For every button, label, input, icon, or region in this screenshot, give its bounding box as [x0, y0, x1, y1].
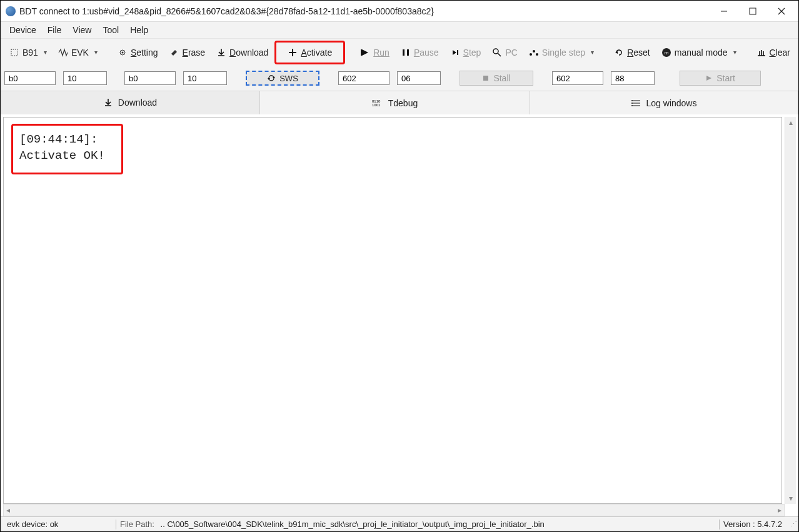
wave-icon: [58, 48, 68, 58]
minimize-button[interactable]: [710, 1, 738, 22]
svg-point-6: [121, 51, 123, 53]
scroll-down-icon[interactable]: ▾: [785, 493, 796, 504]
input-b0-1[interactable]: [4, 71, 56, 85]
resize-grip-icon[interactable]: ⋰: [786, 520, 796, 528]
chip-icon: [9, 48, 19, 58]
toolbar: B91 EVK Setting Erase Download Activate: [1, 38, 798, 66]
svg-rect-4: [11, 49, 18, 56]
close-button[interactable]: [767, 1, 796, 22]
search-icon: [492, 48, 502, 58]
step-label: Step: [463, 48, 481, 58]
run-label: Run: [373, 48, 389, 58]
tab-log[interactable]: Log windows: [530, 91, 798, 114]
setting-button[interactable]: Setting: [113, 45, 163, 60]
chip-select[interactable]: B91: [4, 45, 52, 60]
play-icon: [705, 74, 713, 82]
input-10-1[interactable]: [63, 71, 107, 85]
erase-button[interactable]: Erase: [164, 45, 211, 60]
svg-point-33: [631, 100, 633, 101]
tab-tdebug-label: Tdebug: [388, 98, 418, 108]
clear-icon: [756, 48, 766, 58]
maximize-icon: [749, 8, 756, 15]
status-path-label: File Path:: [120, 519, 154, 529]
scroll-left-icon[interactable]: ◂: [6, 506, 10, 514]
sws-button[interactable]: SWS: [246, 71, 319, 86]
menu-view[interactable]: View: [68, 23, 96, 37]
activate-button[interactable]: Activate: [279, 44, 341, 61]
download-icon: [216, 48, 226, 58]
menu-help[interactable]: Help: [125, 23, 153, 37]
singlestep-button[interactable]: Single step: [524, 45, 599, 60]
pause-icon: [401, 48, 411, 58]
scroll-right-icon[interactable]: ▸: [778, 506, 781, 514]
window-title: BDT connect to 1:usb#vid_248a&pid_8266#5…: [19, 6, 434, 16]
svg-marker-13: [453, 50, 456, 55]
svg-point-35: [631, 105, 633, 106]
reset-icon: [614, 48, 624, 58]
activate-highlight: Activate: [274, 41, 345, 64]
horizontal-scrollbar[interactable]: ◂ ▸: [3, 504, 785, 516]
mode-icon: m: [661, 48, 671, 58]
mode-select[interactable]: m manual mode: [656, 45, 741, 60]
menu-file[interactable]: File: [43, 23, 67, 37]
toolbar-inputs: SWS Stall Start: [1, 66, 798, 91]
close-icon: [778, 8, 785, 15]
svg-rect-1: [750, 8, 756, 14]
pause-label: Pause: [414, 48, 439, 58]
svg-point-17: [530, 53, 532, 56]
svg-marker-9: [362, 49, 368, 56]
input-10-2[interactable]: [183, 71, 227, 85]
board-label: EVK: [71, 48, 89, 58]
tab-download-label: Download: [118, 98, 157, 108]
stall-button[interactable]: Stall: [460, 71, 533, 86]
singlestep-label: Single step: [542, 48, 585, 58]
log-line-1: [09:44:14]:: [19, 133, 98, 146]
board-select[interactable]: EVK: [53, 45, 103, 60]
refresh-icon: [267, 74, 276, 83]
setting-label: Setting: [131, 48, 158, 58]
log-output[interactable]: [09:44:14]: Activate OK!: [3, 117, 782, 504]
step-icon: [450, 48, 460, 58]
scroll-up-icon[interactable]: ▴: [785, 117, 796, 128]
log-line-2: Activate OK!: [19, 149, 105, 163]
input-06[interactable]: [397, 71, 441, 85]
status-version: Version : 5.4.7.2: [720, 519, 786, 529]
vertical-scrollbar[interactable]: ▴ ▾: [785, 117, 796, 504]
menu-tool[interactable]: Tool: [98, 23, 124, 37]
pause-button[interactable]: Pause: [396, 45, 444, 60]
step-button[interactable]: Step: [445, 45, 486, 60]
run-button[interactable]: Run: [355, 45, 394, 60]
pc-button[interactable]: PC: [487, 45, 522, 60]
svg-text:m: m: [664, 50, 668, 56]
download-icon: [103, 98, 113, 108]
input-602-2[interactable]: [552, 71, 603, 85]
tab-tdebug[interactable]: 01101001 Tdebug: [260, 91, 530, 114]
reset-label: Reset: [627, 48, 650, 58]
maximize-button[interactable]: [738, 1, 767, 22]
erase-label: Erase: [183, 48, 206, 58]
svg-rect-11: [403, 49, 405, 56]
content-area: [09:44:14]: Activate OK! ▴ ▾: [1, 114, 798, 504]
hscroll-row: ◂ ▸: [3, 504, 796, 516]
menu-device[interactable]: Device: [4, 23, 41, 37]
clear-button[interactable]: Clear: [751, 45, 795, 60]
svg-line-16: [498, 53, 501, 56]
input-b0-2[interactable]: [124, 71, 176, 85]
start-button[interactable]: Start: [680, 71, 761, 86]
list-icon: [631, 98, 641, 108]
status-device: evk device: ok: [3, 519, 116, 529]
input-88[interactable]: [611, 71, 655, 85]
svg-point-34: [631, 103, 633, 104]
input-602-1[interactable]: [338, 71, 389, 85]
svg-point-18: [533, 50, 535, 53]
tab-download[interactable]: Download: [1, 91, 260, 114]
download-label: Download: [229, 48, 268, 58]
mode-label: manual mode: [675, 48, 728, 58]
download-button[interactable]: Download: [211, 45, 273, 60]
chip-label: B91: [23, 48, 38, 58]
stall-label: Stall: [493, 73, 510, 83]
app-icon: [6, 6, 16, 16]
reset-button[interactable]: Reset: [609, 45, 655, 60]
pc-label: PC: [505, 48, 517, 58]
svg-point-15: [493, 49, 498, 54]
